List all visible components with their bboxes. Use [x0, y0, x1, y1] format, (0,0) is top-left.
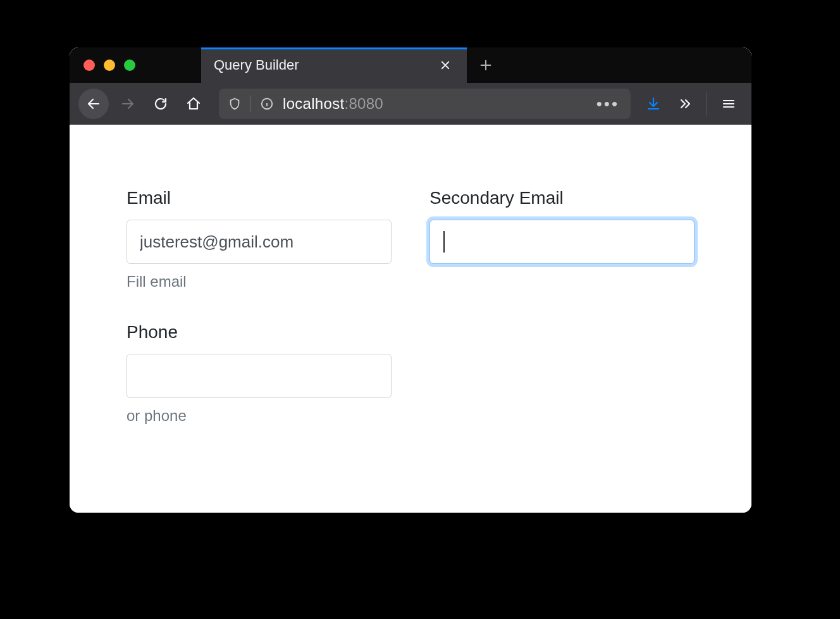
phone-group: Phone or phone [127, 322, 392, 425]
email-help-text: Fill email [127, 273, 392, 291]
browser-tab-active[interactable]: Query Builder [201, 47, 467, 83]
url-host: localhost [283, 95, 344, 113]
reload-icon [153, 96, 168, 111]
toolbar-separator [707, 92, 707, 116]
overflow-button[interactable] [671, 90, 699, 118]
url-port: :8080 [344, 95, 383, 113]
hamburger-icon [721, 96, 736, 111]
download-icon [646, 96, 661, 111]
plus-icon [479, 58, 493, 72]
info-icon [260, 97, 274, 111]
new-tab-button[interactable] [467, 47, 505, 83]
address-bar[interactable]: localhost:8080 ••• [219, 89, 631, 119]
nav-forward-button [114, 90, 142, 118]
shield-icon [228, 97, 242, 111]
phone-help-text: or phone [127, 407, 392, 425]
close-icon [440, 59, 451, 71]
arrow-right-icon [120, 96, 135, 111]
window-zoom-button[interactable] [124, 59, 135, 71]
chevron-double-right-icon [677, 96, 693, 111]
tab-title: Query Builder [214, 57, 436, 73]
nav-reload-button[interactable] [147, 90, 175, 118]
window-controls [70, 59, 135, 71]
window-close-button[interactable] [83, 59, 95, 71]
tab-active-indicator [201, 47, 467, 49]
browser-tab-strip: Query Builder [70, 47, 751, 83]
phone-label: Phone [127, 322, 392, 342]
tab-close-button[interactable] [436, 59, 454, 71]
arrow-left-icon [86, 96, 101, 111]
page-content: Email Fill email Secondary Email Phone o… [70, 125, 751, 513]
secondary-email-label: Secondary Email [429, 188, 695, 208]
browser-toolbar: localhost:8080 ••• [70, 83, 751, 125]
phone-field[interactable] [127, 354, 392, 398]
app-menu-button[interactable] [715, 90, 743, 118]
addr-separator [250, 96, 251, 112]
home-icon [186, 96, 201, 111]
email-label: Email [127, 188, 392, 208]
browser-window: Query Builder [70, 47, 751, 513]
downloads-button[interactable] [639, 90, 667, 118]
secondary-email-group: Secondary Email [429, 188, 695, 291]
url-text: localhost:8080 [283, 95, 588, 113]
page-actions-button[interactable]: ••• [596, 94, 622, 114]
nav-home-button[interactable] [180, 90, 207, 118]
email-field[interactable] [127, 220, 392, 264]
email-group: Email Fill email [127, 188, 392, 291]
tracking-protection-icon[interactable] [228, 97, 242, 111]
nav-back-button[interactable] [78, 89, 109, 119]
secondary-email-field[interactable] [429, 220, 695, 264]
window-minimize-button[interactable] [104, 59, 115, 71]
site-info-button[interactable] [260, 97, 274, 111]
